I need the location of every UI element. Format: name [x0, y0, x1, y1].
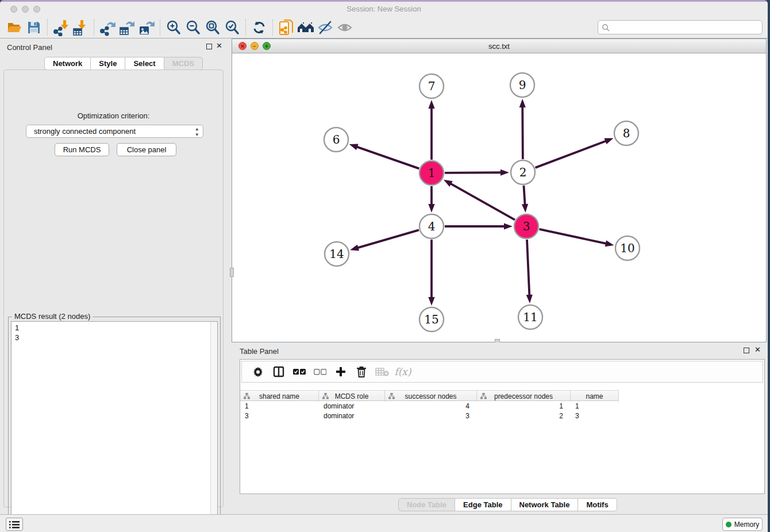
search-icon — [602, 24, 610, 32]
show-graphics-details-button[interactable] — [335, 18, 355, 37]
graph-edge-4-14[interactable] — [357, 230, 419, 248]
table-cell[interactable]: 1 — [571, 401, 619, 411]
mcds-result-text: 1 3 — [15, 323, 19, 342]
toolbar-separator — [47, 20, 48, 36]
graph-node-label: 14 — [329, 247, 344, 261]
memory-button[interactable]: Memory — [722, 518, 763, 531]
network-titlebar[interactable]: ✕ − + scc.txt — [232, 39, 766, 53]
network-canvas[interactable]: 7968124314101511 — [232, 53, 766, 342]
gear-icon — [252, 366, 264, 377]
close-table-panel-icon[interactable]: ✕ — [754, 345, 761, 354]
delete-table-button[interactable] — [372, 363, 392, 380]
function-icon: f(x) — [394, 366, 411, 377]
run-mcds-button[interactable]: Run MCDS — [55, 143, 109, 156]
home-neighbors-button[interactable] — [296, 18, 315, 37]
export-image-button[interactable] — [137, 18, 156, 37]
search-input[interactable] — [610, 22, 762, 33]
graph-edge-1-2[interactable] — [445, 172, 502, 173]
table-cell[interactable]: 3 — [571, 411, 619, 421]
toolbar-separator — [160, 20, 160, 36]
network-view-frame: ✕ − + scc.txt 7968124314101511 — [232, 38, 767, 342]
tab-mcds[interactable]: MCDS — [164, 57, 203, 70]
table-cell[interactable]: 3 — [240, 411, 319, 421]
split-table-view-button[interactable] — [268, 363, 289, 380]
table-settings-button[interactable] — [248, 363, 268, 380]
hide-graphics-details-button[interactable] — [315, 18, 335, 37]
zoom-out-icon — [185, 20, 201, 36]
graph-node-label: 7 — [428, 79, 436, 93]
edge-arrowhead — [522, 204, 528, 213]
tab-select[interactable]: Select — [125, 57, 164, 70]
table-cell[interactable]: dominator — [319, 411, 385, 421]
close-panel-button[interactable]: Close panel — [117, 143, 176, 156]
table-cell[interactable]: 1 — [477, 401, 571, 411]
graph-edge-3-10[interactable] — [539, 229, 607, 244]
table-cell[interactable]: 2 — [477, 411, 571, 421]
search-field[interactable] — [598, 20, 763, 34]
memory-status-icon — [726, 522, 732, 527]
plus-icon — [336, 367, 346, 377]
close-panel-icon[interactable]: ✕ — [216, 41, 222, 50]
add-column-button[interactable] — [330, 363, 351, 380]
graph-edge-2-9[interactable] — [522, 106, 523, 159]
select-all-rows-button[interactable] — [289, 363, 310, 380]
edge-arrowhead — [428, 100, 434, 109]
graph-edge-2-3[interactable] — [523, 186, 525, 206]
splitter-grip-left[interactable] — [230, 268, 234, 277]
list-icon — [9, 521, 20, 529]
export-table-button[interactable] — [117, 18, 137, 37]
deselect-all-rows-button[interactable] — [310, 363, 330, 380]
tab-network[interactable]: Network — [44, 57, 91, 70]
import-network-button[interactable] — [51, 18, 71, 37]
edge-arrowhead — [444, 180, 453, 187]
tab-edge-table[interactable]: Edge Table — [455, 498, 511, 511]
table-row[interactable]: 1dominator411 — [240, 401, 619, 411]
table-cell[interactable]: 4 — [385, 401, 477, 411]
column-header-MCDS-role[interactable]: MCDS role — [319, 391, 385, 402]
task-history-button[interactable] — [6, 518, 23, 531]
table-row[interactable]: 3dominator323 — [240, 411, 619, 421]
new-network-from-selection-button[interactable] — [276, 18, 296, 37]
tab-motifs[interactable]: Motifs — [578, 498, 617, 511]
table-cell[interactable]: 3 — [385, 411, 477, 421]
graph-edge-1-6[interactable] — [356, 147, 419, 169]
column-header-name[interactable]: name — [571, 391, 619, 402]
graph-edge-2-8[interactable] — [536, 141, 607, 168]
zoom-fit-button[interactable] — [203, 18, 222, 37]
column-header-successor-nodes[interactable]: successor nodes — [385, 391, 477, 402]
export-network-icon — [99, 19, 116, 36]
graph-node-label: 9 — [519, 78, 526, 92]
memory-label: Memory — [734, 521, 759, 529]
table-cell[interactable]: dominator — [319, 401, 385, 411]
tab-node-table[interactable]: Node Table — [398, 498, 455, 511]
zoom-in-button[interactable] — [164, 18, 183, 37]
graph-edge-3-11[interactable] — [527, 240, 529, 296]
graph-node-label: 3 — [523, 219, 530, 233]
delete-column-button[interactable] — [351, 363, 372, 380]
float-panel-icon[interactable] — [206, 44, 212, 49]
export-network-button[interactable] — [98, 18, 117, 37]
hide-details-icon — [317, 20, 333, 35]
graph-edge-3-1[interactable] — [449, 183, 515, 220]
column-header-shared-name[interactable]: shared name — [240, 391, 319, 402]
criterion-select[interactable]: strongly connected component ▴▾ — [26, 125, 203, 138]
function-builder-button[interactable]: f(x) — [392, 363, 413, 380]
import-table-button[interactable] — [71, 18, 90, 37]
open-session-button[interactable] — [5, 18, 24, 37]
edge-arrowhead — [428, 204, 434, 213]
save-session-button[interactable] — [24, 18, 44, 37]
zoom-out-button[interactable] — [183, 18, 203, 37]
column-header-predecessor-nodes[interactable]: predecessor nodes — [477, 391, 571, 402]
edge-arrowhead — [349, 144, 359, 151]
split-columns-icon — [273, 366, 284, 377]
zoom-selected-button[interactable] — [222, 18, 242, 37]
open-folder-icon — [7, 21, 22, 34]
result-scrollbar[interactable] — [210, 322, 217, 531]
network-canvas-svg: 7968124314101511 — [232, 53, 766, 342]
graph-node-label: 6 — [333, 133, 340, 147]
tab-network-table[interactable]: Network Table — [511, 498, 579, 511]
table-cell[interactable]: 1 — [240, 401, 319, 411]
float-table-panel-icon[interactable] — [744, 348, 749, 353]
tab-style[interactable]: Style — [91, 57, 125, 70]
refresh-view-button[interactable] — [249, 18, 269, 37]
